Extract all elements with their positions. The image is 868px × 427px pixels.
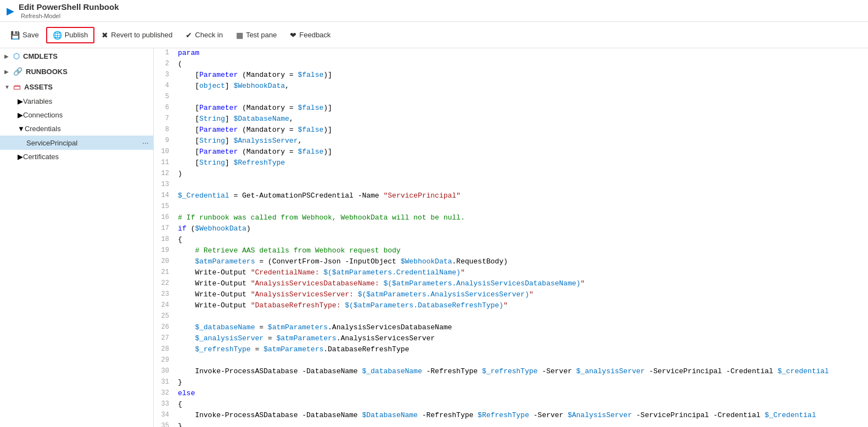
line-number: 15 (154, 202, 176, 210)
code-line-16: 16# If runbook was called from Webhook, … (154, 213, 868, 224)
code-line-15: 15 (154, 202, 868, 213)
line-number: 16 (154, 213, 176, 221)
toolbar: 💾 Save 🌐 Publish ✖ Revert to published ✔… (0, 22, 868, 48)
line-content: param (176, 48, 868, 58)
line-number: 18 (154, 235, 176, 243)
service-principal-label: ServicePrincipal (26, 139, 140, 147)
line-content: $_refreshType = $atmParameters.DatabaseR… (176, 345, 868, 354)
code-line-7: 7 [String] $DatabaseName, (154, 114, 868, 125)
code-line-12: 12) (154, 169, 868, 180)
line-number: 19 (154, 246, 176, 254)
code-line-32: 32else (154, 389, 868, 400)
code-line-13: 13 (154, 180, 868, 191)
line-content (176, 180, 868, 181)
line-content: Invoke-ProcessASDatabase -DatabaseName $… (176, 367, 868, 376)
line-content: [Parameter (Mandatory = $false)] (176, 103, 868, 113)
line-content: { (176, 235, 868, 244)
header: ▶ Edit PowerShell Runbook Refresh-Model (0, 0, 868, 22)
save-button[interactable]: 💾 Save (4, 27, 45, 43)
ellipsis-button[interactable]: ··· (142, 138, 149, 147)
code-line-34: 34 Invoke-ProcessASDatabase -DatabaseNam… (154, 411, 868, 422)
line-number: 7 (154, 114, 176, 122)
line-number: 6 (154, 103, 176, 111)
code-line-20: 20 $atmParameters = (ConvertFrom-Json -I… (154, 257, 868, 268)
code-line-10: 10 [Parameter (Mandatory = $false)] (154, 147, 868, 158)
checkin-icon: ✔ (186, 31, 192, 40)
line-content: [String] $RefreshType (176, 158, 868, 167)
expand-icon: ▶ (4, 53, 13, 59)
testpane-button[interactable]: ▦ Test pane (230, 27, 283, 43)
sidebar: ▶ ⬡ CMDLETS ▶ 🔗 RUNBOOKS ▼ 🗃 ASSETS ▶ Va… (0, 48, 154, 427)
line-number: 35 (154, 422, 176, 427)
header-text-group: Edit PowerShell Runbook Refresh-Model (19, 2, 119, 19)
sidebar-sub-certificates[interactable]: ▶ Certificates (0, 150, 153, 164)
line-number: 13 (154, 180, 176, 188)
assets-label: ASSETS (24, 83, 53, 91)
line-number: 31 (154, 378, 176, 386)
sidebar-sub-service-principal[interactable]: ServicePrincipal ··· (0, 136, 153, 150)
line-content: $atmParameters = (ConvertFrom-Json -Inpu… (176, 257, 868, 266)
feedback-icon: ❤ (290, 31, 296, 40)
checkin-button[interactable]: ✔ Check in (180, 27, 229, 43)
feedback-label: Feedback (299, 31, 331, 39)
line-content: ) (176, 169, 868, 178)
credentials-label: Credentials (25, 125, 149, 133)
checkin-label: Check in (195, 31, 223, 39)
code-line-35: 35} (154, 422, 868, 427)
code-line-19: 19 # Retrieve AAS details from Webhook r… (154, 246, 868, 257)
connections-label: Connections (23, 111, 149, 119)
code-line-28: 28 $_refreshType = $atmParameters.Databa… (154, 345, 868, 356)
publish-button[interactable]: 🌐 Publish (46, 27, 95, 43)
line-number: 32 (154, 389, 176, 397)
sidebar-item-runbooks[interactable]: ▶ 🔗 RUNBOOKS (0, 64, 153, 79)
publish-label: Publish (65, 31, 88, 39)
line-content: [String] $AnalysisServer, (176, 136, 868, 145)
line-number: 25 (154, 312, 176, 320)
line-content: $_Credential = Get-AutomationPSCredentia… (176, 191, 868, 200)
line-number: 26 (154, 323, 176, 331)
line-number: 10 (154, 147, 176, 155)
line-content: if ($WebhookData) (176, 224, 868, 233)
expand-icon-certificates: ▶ (18, 153, 23, 161)
sidebar-sub-connections[interactable]: ▶ Connections (0, 108, 153, 122)
line-number: 2 (154, 59, 176, 68)
publish-icon: 🌐 (53, 31, 62, 40)
code-line-25: 25 (154, 312, 868, 323)
line-number: 14 (154, 191, 176, 199)
revert-icon: ✖ (102, 31, 108, 40)
line-number: 21 (154, 268, 176, 276)
code-line-17: 17if ($WebhookData) (154, 224, 868, 235)
line-content: ( (176, 59, 868, 69)
line-content: [Parameter (Mandatory = $false)] (176, 147, 868, 156)
line-number: 9 (154, 136, 176, 144)
code-editor[interactable]: 1param2(3 [Parameter (Mandatory = $false… (154, 48, 868, 427)
line-content: } (176, 378, 868, 387)
line-content (176, 312, 868, 313)
sidebar-item-assets[interactable]: ▼ 🗃 ASSETS (0, 79, 153, 94)
code-line-8: 8 [Parameter (Mandatory = $false)] (154, 125, 868, 136)
sidebar-sub-credentials[interactable]: ▼ Credentials (0, 122, 153, 136)
line-content (176, 202, 868, 203)
code-line-29: 29 (154, 356, 868, 367)
line-content: $_databaseName = $atmParameters.Analysis… (176, 323, 868, 332)
line-content (176, 92, 868, 93)
certificates-label: Certificates (23, 153, 149, 161)
feedback-button[interactable]: ❤ Feedback (284, 27, 337, 43)
code-line-4: 4 [object] $WebhookData, (154, 81, 868, 92)
revert-button[interactable]: ✖ Revert to published (96, 27, 178, 43)
code-line-9: 9 [String] $AnalysisServer, (154, 136, 868, 147)
code-line-18: 18{ (154, 235, 868, 246)
code-line-3: 3 [Parameter (Mandatory = $false)] (154, 70, 868, 81)
line-number: 20 (154, 257, 176, 265)
line-number: 22 (154, 279, 176, 287)
runbooks-icon: 🔗 (13, 67, 23, 76)
expand-icon-credentials: ▼ (18, 125, 25, 133)
expand-icon-assets: ▼ (4, 84, 13, 90)
code-line-5: 5 (154, 92, 868, 103)
sidebar-sub-variables[interactable]: ▶ Variables (0, 94, 153, 108)
sidebar-item-cmdlets[interactable]: ▶ ⬡ CMDLETS (0, 48, 153, 64)
line-number: 34 (154, 411, 176, 419)
code-line-31: 31} (154, 378, 868, 389)
line-content: [String] $DatabaseName, (176, 114, 868, 123)
line-content: $_analysisServer = $atmParameters.Analys… (176, 334, 868, 343)
